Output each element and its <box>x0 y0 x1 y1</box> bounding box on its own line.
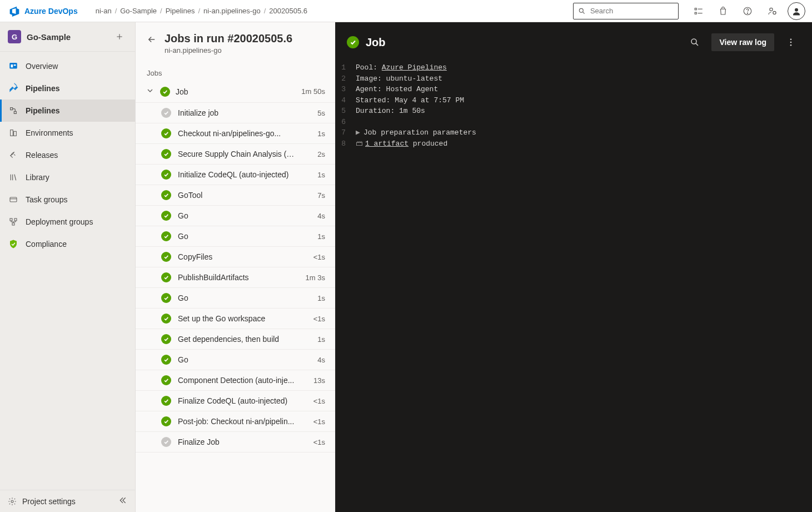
compliance-icon <box>8 238 19 250</box>
task-row[interactable]: Go4s <box>136 206 335 226</box>
back-button[interactable] <box>147 34 157 46</box>
task-name: Go <box>178 355 297 364</box>
task-row[interactable]: Initialize CodeQL (auto-injected)1s <box>136 165 335 185</box>
sidebar-item-environments[interactable]: Environments <box>0 122 135 144</box>
task-row[interactable]: Secure Supply Chain Analysis (aut...2s <box>136 144 335 165</box>
log-fold-row[interactable]: 7▶Job preparation parameters <box>340 127 801 138</box>
task-row[interactable]: Post-job: Checkout ni-an/pipelin...<1s <box>136 411 335 432</box>
breadcrumb-item[interactable]: ni-an.pipelines-go <box>203 7 261 15</box>
more-actions-button[interactable] <box>781 32 801 52</box>
task-name: Go <box>178 232 297 241</box>
task-row[interactable]: Go1s <box>136 288 335 309</box>
svg-point-31 <box>790 44 792 46</box>
status-success-icon <box>161 396 171 406</box>
jobs-title: Jobs in run #20020505.6 <box>165 32 292 45</box>
person-settings-icon[interactable] <box>762 1 782 21</box>
status-success-icon <box>161 211 171 221</box>
search-box[interactable] <box>573 3 679 19</box>
work-items-icon[interactable] <box>689 1 709 21</box>
task-duration: 5s <box>304 109 325 117</box>
project-settings[interactable]: Project settings <box>0 490 135 512</box>
task-row[interactable]: Get dependencies, then build1s <box>136 329 335 350</box>
shopping-icon[interactable] <box>713 1 733 21</box>
svg-rect-13 <box>9 63 17 69</box>
sidebar-item-pipelines-sub[interactable]: Pipelines <box>0 100 135 122</box>
task-name: Component Detection (auto-inje... <box>178 376 297 385</box>
status-success-icon <box>161 355 171 365</box>
task-row[interactable]: Go1s <box>136 226 335 247</box>
log-body[interactable]: 1Pool: Azure Pipelines 2Image: ubuntu-la… <box>336 62 812 512</box>
job-group-row[interactable]: Job 1m 50s <box>136 81 335 103</box>
status-success-icon <box>161 416 171 426</box>
sidebar-item-releases[interactable]: Releases <box>0 144 135 166</box>
task-row[interactable]: Checkout ni-an/pipelines-go...1s <box>136 123 335 144</box>
sidebar-item-label: Library <box>26 173 49 182</box>
library-icon <box>8 172 19 183</box>
task-row[interactable]: Component Detection (auto-inje...13s <box>136 370 335 391</box>
view-raw-log-button[interactable]: View raw log <box>711 33 774 51</box>
task-row[interactable]: CopyFiles<1s <box>136 247 335 267</box>
status-skipped-icon <box>161 437 171 447</box>
svg-point-30 <box>790 42 792 43</box>
sidebar-item-label: Compliance <box>26 240 67 248</box>
task-row[interactable]: Set up the Go workspace<1s <box>136 309 335 329</box>
pool-link[interactable]: Azure Pipelines <box>382 63 447 72</box>
log-search-button[interactable] <box>685 32 705 52</box>
task-duration: 4s <box>304 356 325 364</box>
sidebar-item-label: Environments <box>26 128 73 137</box>
log-title: Job <box>366 36 386 49</box>
breadcrumb-item[interactable]: Go-Sample <box>120 7 157 15</box>
status-success-icon <box>161 334 171 344</box>
svg-line-20 <box>14 175 16 181</box>
search-icon <box>578 7 586 16</box>
svg-line-28 <box>696 43 698 46</box>
task-row[interactable]: Initialize job5s <box>136 103 335 123</box>
add-project-button[interactable] <box>112 29 127 44</box>
taskgroups-icon <box>8 194 19 205</box>
jobs-subtitle[interactable]: ni-an.pipelines-go <box>165 46 292 54</box>
sidebar-item-taskgroups[interactable]: Task groups <box>0 188 135 211</box>
sidebar-item-pipelines[interactable]: Pipelines <box>0 77 135 100</box>
task-duration: 1s <box>304 335 325 344</box>
breadcrumb-item[interactable]: 20020505.6 <box>269 7 307 15</box>
chevron-down-icon <box>146 86 155 97</box>
task-row[interactable]: GoTool7s <box>136 185 335 206</box>
status-success-icon <box>161 293 171 303</box>
task-row[interactable]: Finalize CodeQL (auto-injected)<1s <box>136 391 335 411</box>
task-name: Finalize CodeQL (auto-injected) <box>178 396 297 405</box>
task-duration: 1s <box>304 130 325 138</box>
sidebar-item-overview[interactable]: Overview <box>0 55 135 77</box>
deploymentgroups-icon <box>8 216 19 227</box>
job-group-name: Job <box>176 87 296 96</box>
avatar-button[interactable] <box>786 1 806 21</box>
svg-point-7 <box>747 13 748 13</box>
collapse-sidebar-button[interactable] <box>118 496 127 506</box>
pipelines-icon <box>8 83 19 94</box>
project-header[interactable]: G Go-Sample <box>0 22 135 52</box>
task-row[interactable]: Finalize Job<1s <box>136 432 335 453</box>
task-name: Secure Supply Chain Analysis (aut... <box>178 150 297 158</box>
task-name: Initialize CodeQL (auto-injected) <box>178 170 297 179</box>
breadcrumb-item[interactable]: Pipelines <box>166 7 195 15</box>
task-row[interactable]: PublishBuildArtifacts1m 3s <box>136 267 335 288</box>
sidebar-item-label: Pipelines <box>26 106 59 115</box>
task-name: CopyFiles <box>178 252 297 261</box>
sidebar-item-library[interactable]: Library <box>0 166 135 188</box>
search-input[interactable] <box>590 7 674 15</box>
svg-rect-15 <box>14 64 16 66</box>
task-row[interactable]: Go4s <box>136 350 335 370</box>
brand[interactable]: Azure DevOps <box>9 6 78 17</box>
sidebar-item-compliance[interactable]: Compliance <box>0 233 135 255</box>
status-success-icon <box>161 272 171 282</box>
help-icon[interactable] <box>738 1 758 21</box>
sidebar-item-deploymentgroups[interactable]: Deployment groups <box>0 211 135 233</box>
jobs-caption: Jobs <box>136 60 335 81</box>
overview-icon <box>8 61 19 72</box>
artifact-link[interactable]: 1 artifact <box>365 140 409 148</box>
breadcrumb-item[interactable]: ni-an <box>96 7 112 15</box>
releases-icon <box>8 150 19 161</box>
fold-caret-icon: ▶ <box>356 127 361 138</box>
project-name: Go-Sample <box>27 32 106 42</box>
svg-rect-25 <box>12 223 14 225</box>
job-group-duration: 1m 50s <box>301 87 325 96</box>
